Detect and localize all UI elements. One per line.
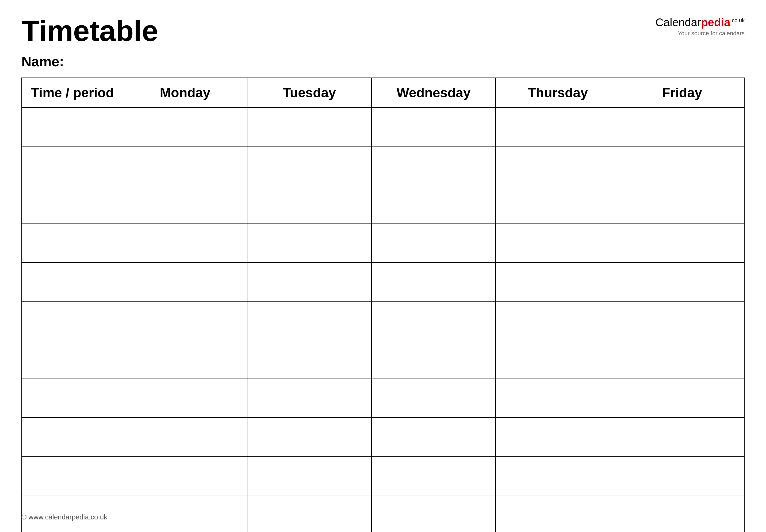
day-cell[interactable] [247,495,371,532]
day-cell[interactable] [247,379,371,418]
logo-calendar-text: Calendar [655,16,701,29]
day-cell[interactable] [247,146,371,185]
day-cell[interactable] [247,107,371,146]
logo: Calendarpedia.co.uk [655,16,745,29]
day-cell[interactable] [620,456,744,495]
time-cell[interactable] [22,185,123,224]
day-cell[interactable] [123,495,247,532]
header: Timetable Calendarpedia.co.uk Your sourc… [21,16,745,45]
day-cell[interactable] [123,263,247,301]
name-label: Name: [21,53,745,70]
time-cell[interactable] [22,146,123,185]
time-cell[interactable] [22,263,123,301]
table-row [22,301,744,340]
day-cell[interactable] [247,224,371,263]
day-cell[interactable] [247,456,371,495]
day-cell[interactable] [371,185,496,224]
day-cell[interactable] [247,263,371,301]
day-cell[interactable] [123,340,247,379]
day-cell[interactable] [247,340,371,379]
day-cell[interactable] [496,340,620,379]
day-cell[interactable] [123,224,247,263]
day-cell[interactable] [247,418,371,456]
day-cell[interactable] [123,107,247,146]
day-cell[interactable] [496,301,620,340]
time-cell[interactable] [22,224,123,263]
day-cell[interactable] [620,263,744,301]
logo-subtitle: Your source for calendars [678,30,745,37]
time-cell[interactable] [22,301,123,340]
day-cell[interactable] [371,107,496,146]
day-cell[interactable] [496,185,620,224]
col-header-time: Time / period [22,78,123,107]
table-row [22,456,744,495]
table-row [22,418,744,456]
day-cell[interactable] [620,146,744,185]
logo-tld-text: .co.uk [730,17,745,23]
col-header-wednesday: Wednesday [371,78,496,107]
day-cell[interactable] [371,146,496,185]
day-cell[interactable] [496,263,620,301]
day-cell[interactable] [496,146,620,185]
day-cell[interactable] [496,418,620,456]
day-cell[interactable] [496,495,620,532]
day-cell[interactable] [496,379,620,418]
day-cell[interactable] [371,301,496,340]
day-cell[interactable] [371,224,496,263]
page-title: Timetable [21,16,158,45]
table-row [22,107,744,146]
col-header-thursday: Thursday [496,78,620,107]
day-cell[interactable] [371,379,496,418]
day-cell[interactable] [496,224,620,263]
table-row [22,340,744,379]
table-row [22,146,744,185]
footer: © www.calendarpedia.co.uk [21,513,107,521]
day-cell[interactable] [620,340,744,379]
day-cell[interactable] [123,418,247,456]
day-cell[interactable] [620,495,744,532]
time-cell[interactable] [22,340,123,379]
day-cell[interactable] [496,456,620,495]
logo-area: Calendarpedia.co.uk Your source for cale… [655,16,745,37]
col-header-tuesday: Tuesday [247,78,371,107]
day-cell[interactable] [371,456,496,495]
day-cell[interactable] [123,146,247,185]
day-cell[interactable] [620,418,744,456]
day-cell[interactable] [371,495,496,532]
day-cell[interactable] [371,418,496,456]
day-cell[interactable] [496,107,620,146]
day-cell[interactable] [123,185,247,224]
table-row [22,224,744,263]
day-cell[interactable] [123,456,247,495]
timetable: Time / period Monday Tuesday Wednesday T… [21,78,745,532]
day-cell[interactable] [247,301,371,340]
table-row [22,495,744,532]
day-cell[interactable] [371,340,496,379]
time-cell[interactable] [22,456,123,495]
day-cell[interactable] [123,301,247,340]
time-cell[interactable] [22,379,123,418]
table-row [22,185,744,224]
time-cell[interactable] [22,418,123,456]
col-header-friday: Friday [620,78,744,107]
day-cell[interactable] [620,107,744,146]
day-cell[interactable] [123,379,247,418]
time-cell[interactable] [22,107,123,146]
table-row [22,379,744,418]
day-cell[interactable] [620,224,744,263]
day-cell[interactable] [620,301,744,340]
col-header-monday: Monday [123,78,247,107]
day-cell[interactable] [620,379,744,418]
day-cell[interactable] [247,185,371,224]
day-cell[interactable] [620,185,744,224]
timetable-body [22,107,744,532]
table-row [22,263,744,301]
day-cell[interactable] [371,263,496,301]
logo-pedia-text: pedia [701,16,730,29]
table-header-row: Time / period Monday Tuesday Wednesday T… [22,78,744,107]
